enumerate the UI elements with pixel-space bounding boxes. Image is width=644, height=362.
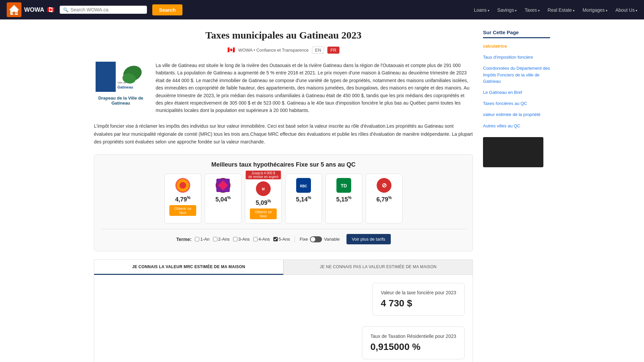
rate-value-mogo: 5,09% xyxy=(250,199,277,206)
calc-content: Valeur de la taxe foncière pour 2023 4 7… xyxy=(94,275,473,362)
trust-flag: 🇨🇦 xyxy=(227,46,235,54)
logo-desjardins xyxy=(175,178,190,193)
logo-other: ⊘ xyxy=(377,178,391,193)
rate-value-rbc: 5,14% xyxy=(290,195,317,203)
city-logo-image: Gatineau Ville de xyxy=(96,62,146,92)
intro-block: Gatineau Ville de Drapeau de la Ville de… xyxy=(94,62,473,114)
calc-tabs: JE CONNAIS LA VALEUR MRC ESTIMÉE DE MA M… xyxy=(94,259,473,275)
voir-plus-button[interactable]: Voir plus de tarifs xyxy=(346,234,391,244)
body-text: L'impôt foncier vise à réclamer les impô… xyxy=(94,122,473,146)
rates-card: Meilleurs taux hypothécaires Fixe sur 5 … xyxy=(94,154,473,251)
intro-text: La ville de Gatineau est située le long … xyxy=(156,62,473,114)
rate-cta-desjardins[interactable]: Obtenir ce taux xyxy=(169,205,196,216)
tax-result-value: 4 730 $ xyxy=(381,298,456,309)
search-bar: 🔍 xyxy=(60,6,147,14)
sidebar-item-taxes-qc[interactable]: Taxes foncières au QC xyxy=(483,100,550,107)
sidebar-link-taux[interactable]: Taux d'imposition foncière xyxy=(483,55,533,60)
terme-1an[interactable]: 1-An xyxy=(195,237,209,242)
svg-point-11 xyxy=(179,182,186,189)
svg-text:TD: TD xyxy=(341,183,347,188)
sidebar-item-calculatrice[interactable]: calculatrice xyxy=(483,43,550,49)
rates-title: Meilleurs taux hypothécaires Fixe sur 5 … xyxy=(101,161,466,168)
logo-icon: HOW xyxy=(7,2,21,17)
rate-item-desjardins: 4,79% Obtenir ce taux xyxy=(164,174,201,224)
svg-text:RBC: RBC xyxy=(300,184,307,188)
sidebar-item-valeur[interactable]: valeur estimée de la propriété xyxy=(483,111,550,118)
rate-item-td: TD 5,15% xyxy=(325,174,362,224)
sidebar-link-calculatrice[interactable]: calculatrice xyxy=(483,44,507,49)
rate-cta-mogo[interactable]: Obtenir ce taux xyxy=(250,208,277,219)
rate-badge: Jusqu'à 4 000 $de remise en argent xyxy=(246,171,281,179)
tax-rate-box: Taux de Taxation Résidentielle pour 2023… xyxy=(362,326,465,359)
city-logo-box: Gatineau Ville de Drapeau de la Ville de… xyxy=(94,62,148,106)
tax-result-label: Valeur de la taxe foncière pour 2023 xyxy=(381,290,456,295)
navbar: HOW WOWA 🇨🇦 🔍 Search Loans Savings Taxes… xyxy=(0,0,644,19)
svg-text:HOW: HOW xyxy=(11,11,18,14)
sidebar-ad xyxy=(483,137,543,167)
sidebar-item-autres[interactable]: Autres villes au QC xyxy=(483,123,550,129)
svg-text:M: M xyxy=(262,187,265,191)
sidebar-links: calculatrice Taux d'imposition foncière … xyxy=(483,43,550,129)
sidebar-link-coordonnees[interactable]: Coordonnées du Département des Impôts Fo… xyxy=(483,66,550,83)
tax-result-box-main: Valeur de la taxe foncière pour 2023 4 7… xyxy=(372,283,465,316)
sidebar-title: Sur Cette Page xyxy=(483,29,550,38)
svg-text:Ville de: Ville de xyxy=(117,81,126,84)
terme-2ans[interactable]: 2-Ans xyxy=(213,237,230,242)
rate-item-rbc: RBC 5,14% xyxy=(285,174,322,224)
tax-rate-label: Taux de Taxation Résidentielle pour 2023 xyxy=(370,334,456,339)
sidebar-item-taux[interactable]: Taux d'imposition foncière xyxy=(483,54,550,60)
terme-3ans[interactable]: 3-Ans xyxy=(233,237,250,242)
logo-diamond xyxy=(216,178,230,193)
sidebar-link-autres[interactable]: Autres villes au QC xyxy=(483,123,520,128)
terme-5ans[interactable]: 5-Ans xyxy=(273,237,290,242)
sidebar-item-coordonnees[interactable]: Coordonnées du Département des Impôts Fo… xyxy=(483,65,550,84)
toggle-switch[interactable] xyxy=(310,236,322,242)
calc-tab-know[interactable]: JE CONNAIS LA VALEUR MRC ESTIMÉE DE MA M… xyxy=(94,259,283,275)
nav-link-realestate[interactable]: Real Estate xyxy=(548,7,575,13)
nav-link-loans[interactable]: Loans xyxy=(474,7,489,13)
rate-item-diamond: 5,04% xyxy=(205,174,241,224)
nav-link-mortgages[interactable]: Mortgages xyxy=(583,7,607,13)
page-title: Taxes municipales au Gatineau 2023 xyxy=(94,29,473,41)
search-input[interactable] xyxy=(70,7,144,12)
tax-rate-value: 0,915000 % xyxy=(370,342,456,352)
logo-text: WOWA xyxy=(24,6,44,13)
sidebar-link-bref[interactable]: Le Gatineau en Bref xyxy=(483,90,522,95)
divider xyxy=(294,236,295,243)
logo-mogo: M xyxy=(256,181,271,196)
lang-en-button[interactable]: EN xyxy=(312,47,324,54)
logo-rbc: RBC xyxy=(296,178,311,193)
calc-tab-unknown[interactable]: JE NE CONNAIS PAS LA VALEUR ESTIMÉE DE M… xyxy=(283,259,473,275)
nav-links: Loans Savings Taxes Real Estate Mortgage… xyxy=(474,7,637,13)
sidebar-item-bref[interactable]: Le Gatineau en Bref xyxy=(483,89,550,96)
main-container: Taxes municipales au Gatineau 2023 🇨🇦 WO… xyxy=(87,19,557,362)
logo-link[interactable]: HOW WOWA 🇨🇦 xyxy=(7,2,54,17)
fixe-label: Fixe xyxy=(300,237,308,242)
trust-bar: 🇨🇦 WOWA • Confiance et Transparence EN F… xyxy=(94,46,473,54)
sidebar-link-taxes-qc[interactable]: Taxes foncières au QC xyxy=(483,101,527,106)
rate-value-other: 6,79% xyxy=(371,195,397,203)
rate-value-diamond: 5,04% xyxy=(210,195,236,203)
terme-4ans[interactable]: 4-Ans xyxy=(253,237,270,242)
nav-link-aboutus[interactable]: About Us xyxy=(615,7,637,13)
svg-text:Gatineau: Gatineau xyxy=(117,85,133,89)
rate-value-desjardins: 4,79% xyxy=(169,195,196,203)
fixe-variable-toggle: Fixe Variable xyxy=(300,236,339,242)
sidebar: Sur Cette Page calculatrice Taux d'impos… xyxy=(483,29,550,362)
logo-td: TD xyxy=(336,178,351,193)
rate-item-other: ⊘ 6,79% xyxy=(366,174,402,224)
nav-flag: 🇨🇦 xyxy=(47,6,54,13)
terme-label: Terme: xyxy=(176,237,192,242)
svg-rect-4 xyxy=(96,62,116,92)
terme-row: Terme: 1-An 2-Ans 3-Ans 4-Ans 5-Ans Fixe… xyxy=(101,229,466,244)
search-button[interactable]: Search xyxy=(152,4,182,15)
content-area: Taxes municipales au Gatineau 2023 🇨🇦 WO… xyxy=(94,29,473,362)
rate-value-td: 5,15% xyxy=(330,195,357,203)
rate-item-mogo: Jusqu'à 4 000 $de remise en argent M 5,0… xyxy=(245,174,282,224)
trust-text: WOWA • Confiance et Transparence xyxy=(238,48,309,53)
variable-label: Variable xyxy=(324,237,340,242)
nav-link-savings[interactable]: Savings xyxy=(497,7,517,13)
nav-link-taxes[interactable]: Taxes xyxy=(525,7,539,13)
lang-fr-button[interactable]: FR xyxy=(327,47,339,54)
sidebar-link-valeur[interactable]: valeur estimée de la propriété xyxy=(483,112,540,117)
